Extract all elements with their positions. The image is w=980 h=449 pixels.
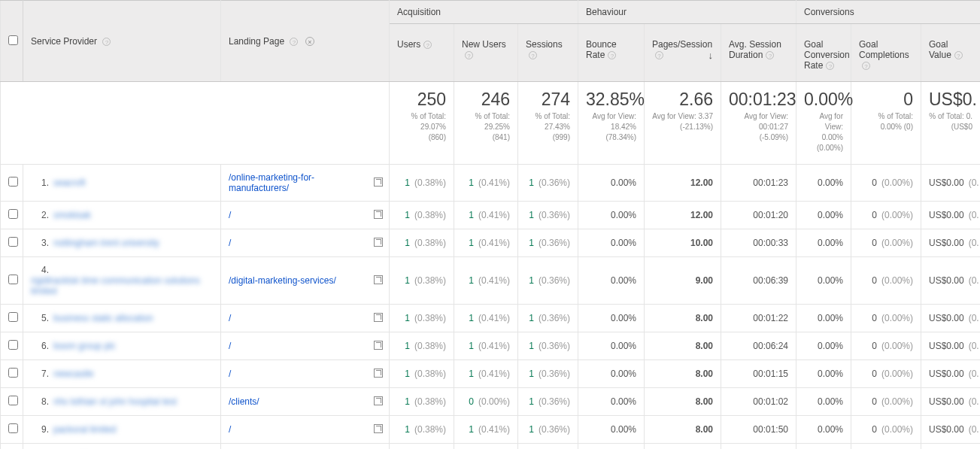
cell-goal-conversion-rate: 0.00%: [818, 238, 843, 248]
cell-goal-value: US$0.00: [929, 177, 964, 188]
open-external-icon[interactable]: [374, 275, 383, 287]
col-header-bounce-rate[interactable]: Bounce Rate?: [578, 24, 645, 82]
cell-pages-session: 10.00: [690, 238, 713, 248]
service-provider-link[interactable]: nottingham trent university: [53, 238, 159, 248]
cell-new-users: 1: [469, 369, 474, 379]
cell-users: 1: [405, 341, 410, 351]
cell-goal-completions: 0: [872, 177, 877, 188]
select-all-checkbox[interactable]: [8, 35, 18, 45]
help-icon[interactable]: ?: [529, 51, 537, 59]
cell-users: 1: [405, 210, 410, 220]
row-index: 8.: [31, 396, 49, 407]
help-icon[interactable]: ?: [465, 51, 473, 59]
help-icon[interactable]: ?: [954, 51, 963, 59]
col-header-landing-page[interactable]: Landing Page: [229, 36, 284, 47]
landing-page-link[interactable]: /clients/: [229, 396, 259, 407]
help-icon[interactable]: ?: [655, 51, 663, 59]
row-checkbox[interactable]: [8, 237, 18, 247]
summary-users: 250: [397, 89, 446, 110]
help-icon[interactable]: ?: [102, 38, 111, 46]
col-header-goal-completions[interactable]: Goal Completions?: [851, 24, 921, 82]
help-icon[interactable]: ?: [826, 62, 834, 70]
landing-page-link[interactable]: /digital-marketing-services/: [229, 275, 336, 286]
cell-goal-completions: 0: [872, 424, 877, 435]
cell-pages-session: 12.00: [690, 177, 713, 188]
landing-page-link[interactable]: /: [229, 369, 231, 379]
summary-sessions: 274: [526, 89, 570, 110]
cell-goal-value: US$0.00: [929, 341, 964, 351]
help-icon[interactable]: ?: [423, 41, 432, 49]
help-icon[interactable]: ?: [608, 51, 616, 59]
row-checkbox[interactable]: [8, 396, 18, 405]
cell-new-users: 1: [469, 275, 474, 286]
service-provider-link[interactable]: boom group plc: [53, 341, 116, 351]
col-header-pages-session[interactable]: Pages/Session ↓ ?: [645, 24, 721, 82]
remove-secondary-dimension-icon[interactable]: ×: [305, 37, 314, 46]
summary-goal-conversion-rate: 0.00%: [804, 89, 843, 110]
col-header-avg-session-duration[interactable]: Avg. Session Duration?: [721, 24, 796, 82]
cell-avg-session-duration: 00:01:15: [753, 369, 788, 379]
row-checkbox[interactable]: [8, 209, 18, 219]
cell-sessions: 1: [529, 210, 534, 220]
table-row: 9.packoral limited/1(0.38%)1(0.41%)1(0.3…: [1, 416, 981, 444]
col-group-conversions: Conversions: [796, 1, 981, 24]
open-external-icon[interactable]: [374, 210, 383, 221]
table-row: 2.smokisak/1(0.38%)1(0.41%)1(0.36%)0.00%…: [1, 202, 981, 229]
landing-page-link[interactable]: /: [229, 238, 231, 248]
landing-page-link[interactable]: /: [229, 313, 231, 323]
cell-goal-completions: 0: [872, 275, 877, 286]
service-provider-link[interactable]: business static allocation: [53, 313, 153, 323]
col-header-goal-conversion-rate[interactable]: Goal Conversion Rate?: [796, 24, 851, 82]
open-external-icon[interactable]: [374, 341, 383, 352]
cell-pages-session: 8.00: [696, 313, 713, 323]
row-checkbox[interactable]: [8, 423, 18, 433]
row-index: 3.: [31, 238, 49, 248]
landing-page-link[interactable]: /: [229, 210, 231, 220]
col-header-new-users[interactable]: New Users?: [454, 24, 518, 82]
open-external-icon[interactable]: [374, 238, 383, 249]
cell-avg-session-duration: 00:01:20: [753, 210, 788, 220]
col-group-behaviour: Behaviour: [578, 1, 796, 24]
table-row: 5.business static allocation/1(0.38%)1(0…: [1, 305, 981, 332]
service-provider-link[interactable]: seacroft: [53, 177, 86, 188]
row-checkbox[interactable]: [8, 275, 18, 284]
open-external-icon[interactable]: [374, 313, 383, 324]
table-row: 7.newcastle/1(0.38%)1(0.41%)1(0.36%)0.00…: [1, 360, 981, 388]
service-provider-link[interactable]: packoral limited: [53, 424, 116, 435]
open-external-icon[interactable]: [374, 424, 383, 435]
col-header-sessions[interactable]: Sessions?: [518, 24, 578, 82]
cell-new-users: 1: [469, 424, 474, 435]
cell-avg-session-duration: 00:01:22: [753, 313, 788, 323]
summary-bounce-rate: 32.85%: [586, 89, 636, 110]
landing-page-link[interactable]: /: [229, 424, 231, 435]
row-checkbox[interactable]: [8, 340, 18, 350]
open-external-icon[interactable]: [374, 369, 383, 380]
service-provider-link[interactable]: smokisak: [53, 210, 91, 220]
row-index: 5.: [31, 313, 49, 323]
table-row: 10.pep pvhlaux/1(0.38%)1(0.41%)1(0.36%)0…: [1, 444, 981, 450]
cell-goal-completions: 0: [872, 210, 877, 220]
cell-goal-conversion-rate: 0.00%: [818, 424, 843, 435]
cell-pages-session: 8.00: [696, 341, 713, 351]
row-checkbox[interactable]: [8, 368, 18, 378]
help-icon[interactable]: ?: [862, 62, 870, 70]
row-checkbox[interactable]: [8, 312, 18, 322]
summary-goal-value: US$0.: [929, 89, 972, 110]
landing-page-link[interactable]: /online-marketing-for-manufacturers/: [229, 172, 314, 193]
service-provider-link[interactable]: nhs lothian st john hospital test: [53, 396, 177, 407]
service-provider-link[interactable]: rigidtracktsk time communication solutio…: [31, 275, 213, 296]
col-header-service-provider[interactable]: Service Provider: [31, 36, 97, 47]
row-checkbox[interactable]: [8, 177, 18, 187]
cell-goal-value: US$0.00: [929, 313, 964, 323]
open-external-icon[interactable]: [374, 396, 383, 408]
help-icon[interactable]: ?: [290, 38, 298, 46]
col-header-users[interactable]: Users?: [390, 24, 454, 82]
open-external-icon[interactable]: [374, 177, 383, 189]
cell-sessions: 1: [529, 238, 534, 248]
summary-row: 250 % of Total:29.07%(860) 246 % of Tota…: [1, 82, 981, 165]
col-header-goal-value[interactable]: Goal Value?: [921, 24, 981, 82]
row-index: 9.: [31, 424, 49, 435]
service-provider-link[interactable]: newcastle: [53, 369, 93, 379]
help-icon[interactable]: ?: [766, 51, 774, 59]
landing-page-link[interactable]: /: [229, 341, 231, 351]
